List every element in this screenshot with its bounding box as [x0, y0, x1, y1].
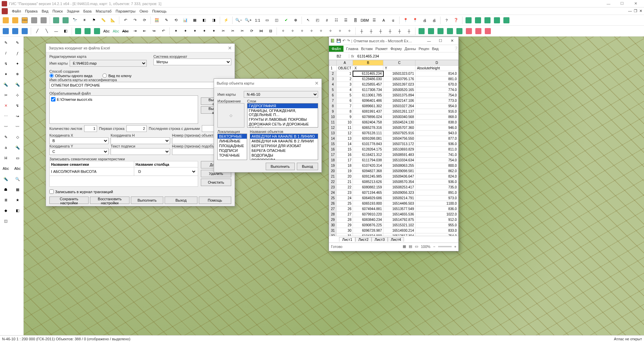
cube-icon[interactable]: ◨	[209, 16, 218, 25]
m3-icon[interactable]	[436, 27, 445, 36]
menu-file[interactable]: Файл	[12, 9, 21, 13]
rt-gold-icon[interactable]: ◧	[13, 206, 22, 215]
about-icon[interactable]: ❓	[452, 16, 460, 25]
x4-icon[interactable]: ✧	[307, 27, 316, 36]
d2-objname-item[interactable]: БЕРГШТРИХИ ДЛЯ ИЗОБАТ	[250, 143, 318, 148]
mdi-minimize[interactable]: —	[628, 9, 632, 13]
gn-a-icon[interactable]: ✦	[171, 27, 180, 36]
grid3-icon[interactable]: ┼	[376, 27, 385, 36]
d2-layer-item[interactable]: ДОРОЖНАЯ СЕТЬ И ДОРОЖНЫЕ СООРУ…	[247, 122, 318, 128]
open-db-icon[interactable]	[11, 16, 20, 25]
d2-objname-item[interactable]: АКВЕДУКИ НА КАНАЛЕ В 2 ЛИНИИ	[250, 139, 318, 143]
grid5-icon[interactable]: ┼	[395, 27, 404, 36]
m4-icon[interactable]	[446, 27, 454, 36]
d2-objname-item[interactable]: АКВЕДУКИ НА КАНАЛЕ В 1 ЛИНИЮ	[250, 134, 318, 139]
lt-blue-icon[interactable]: ◆	[1, 206, 10, 215]
gn-b-icon[interactable]: ✦	[181, 27, 190, 36]
menu-params[interactable]: Параметры	[116, 9, 136, 13]
cut3-icon[interactable]: ✂	[238, 27, 246, 36]
d2-objname-item[interactable]: ВОДОПАДЫ	[250, 153, 318, 158]
split-icon[interactable]: ⊟	[266, 27, 275, 36]
sheet-tab-1[interactable]: Лист1	[339, 237, 355, 242]
cell-reference[interactable]: B2	[329, 54, 349, 58]
3d-icon[interactable]: ◧	[200, 16, 209, 25]
zoom-slider[interactable]	[438, 246, 452, 247]
rt-zoom-icon[interactable]: 🔍	[13, 174, 22, 184]
grid-icon[interactable]: ▦	[190, 16, 199, 25]
rt-abc-icon[interactable]: Abc	[13, 164, 22, 173]
draw1-icon[interactable]	[1, 27, 10, 36]
d2-local-item[interactable]: ВЕКТОРНЫЕ	[218, 134, 247, 139]
ribbon-review[interactable]: Рецен	[417, 47, 430, 51]
d2-local-listbox[interactable]: ВЕКТОРНЫЕ ЛИНЕЙНЫЕ ПЛОЩАДНЫЕ ПОДПИСИ ТОЧ…	[217, 134, 247, 160]
coordh-select[interactable]	[111, 137, 170, 144]
formula-bar[interactable]: 6131465.234	[356, 54, 458, 58]
lt-star-icon[interactable]: ✦	[1, 69, 10, 79]
draw3-icon[interactable]	[20, 27, 29, 36]
lt-layer-icon[interactable]: ≣	[1, 195, 10, 205]
qat-undo-icon[interactable]: ↶	[342, 39, 345, 43]
zoomin-icon[interactable]: 🔍+	[244, 16, 253, 25]
node1-icon[interactable]	[74, 27, 82, 36]
marker-icon[interactable]: 📍	[401, 16, 410, 25]
ribbon-home[interactable]: Главна	[345, 47, 360, 51]
rt-script-icon[interactable]: 𝑓	[13, 48, 22, 58]
reload-icon[interactable]: ⟳	[247, 27, 256, 36]
open-icon[interactable]	[1, 16, 10, 25]
caption-select[interactable]	[111, 148, 170, 155]
coordy-select[interactable]: C	[49, 148, 109, 155]
measure-icon[interactable]: 📐	[109, 16, 117, 25]
menu-window[interactable]: Окно	[140, 9, 148, 13]
m8-icon[interactable]	[483, 27, 492, 36]
rt-path-icon[interactable]: ↝	[13, 111, 22, 121]
rt-gstar-icon[interactable]: ✦	[13, 59, 22, 68]
cut2-icon[interactable]: ✂	[228, 27, 237, 36]
d2-local-item[interactable]: ЛИНЕЙНЫЕ	[218, 139, 247, 143]
excel-minimize[interactable]: —	[424, 39, 434, 43]
d2-objnames-listbox[interactable]: АКВЕДУКИ НА КАНАЛЕ В 1 ЛИНИЮ АКВЕДУКИ НА…	[250, 134, 318, 160]
target-icon[interactable]: ⊕	[291, 16, 300, 25]
excel-close[interactable]: ✕	[447, 39, 457, 43]
lt-box-icon[interactable]: ◫	[1, 216, 10, 226]
ribbon-formulas[interactable]: Форму	[389, 47, 403, 51]
undo2-icon[interactable]: ↶	[159, 27, 168, 36]
coordsys-select[interactable]: Метры	[153, 59, 231, 65]
x5-icon[interactable]: ✧	[316, 27, 325, 36]
d2-exit-button[interactable]: Выход	[297, 163, 318, 170]
sem-row[interactable]: I АБСОЛЮТНАЯ ВЫСОТА D	[50, 167, 198, 176]
list-icon[interactable]: ☰	[341, 16, 350, 25]
mdi-close[interactable]: ✕	[639, 9, 642, 13]
gn-e-icon[interactable]: ✦	[209, 27, 218, 36]
rt-wave-icon[interactable]: 〰	[13, 122, 22, 131]
lt-abc-icon[interactable]: Abc	[1, 164, 10, 173]
d2-layer-item[interactable]: ГИДРОГРАФИЯ	[247, 104, 318, 108]
line1-icon[interactable]: ╱	[33, 27, 42, 36]
rt-star2-icon[interactable]: ★	[13, 195, 22, 205]
gn-c-icon[interactable]: ✦	[190, 27, 199, 36]
abc2-icon[interactable]: Abc	[112, 27, 120, 36]
zoom-in-icon[interactable]: +	[454, 245, 456, 249]
layers2-icon[interactable]	[61, 16, 70, 25]
arrow-icon[interactable]: ↖	[304, 16, 312, 25]
layers-icon[interactable]	[52, 16, 61, 25]
rt-light2-icon[interactable]: 🔦	[13, 143, 22, 152]
radio-one-type[interactable]: Объекты одного вида	[49, 73, 92, 78]
d2-execute-button[interactable]: Выполнить	[266, 163, 295, 170]
node2-icon[interactable]	[83, 27, 92, 36]
gn5-icon[interactable]	[502, 16, 511, 25]
marker2-icon[interactable]: 📍	[411, 16, 420, 25]
class-obj-input[interactable]	[49, 82, 231, 89]
rotate-icon[interactable]: ⟲	[171, 16, 180, 25]
binoculars-icon[interactable]: 🔭	[71, 16, 79, 25]
ribbon-layout[interactable]: Размет	[374, 47, 389, 51]
select-all-icon[interactable]: ◫	[272, 16, 281, 25]
sheet-tab-4[interactable]: Лист4	[388, 237, 404, 242]
table-icon[interactable]: ☷	[332, 16, 341, 25]
cut1-icon[interactable]: ✂	[219, 27, 228, 36]
grid6-icon[interactable]: ┼	[405, 27, 413, 36]
menu-scale[interactable]: Масштаб	[96, 9, 112, 13]
menu-view[interactable]: Вид	[42, 9, 48, 13]
sem-col-select[interactable]: D	[136, 168, 196, 175]
graph-icon[interactable]: 📊	[181, 16, 190, 25]
check-icon[interactable]: ✔	[282, 16, 290, 25]
